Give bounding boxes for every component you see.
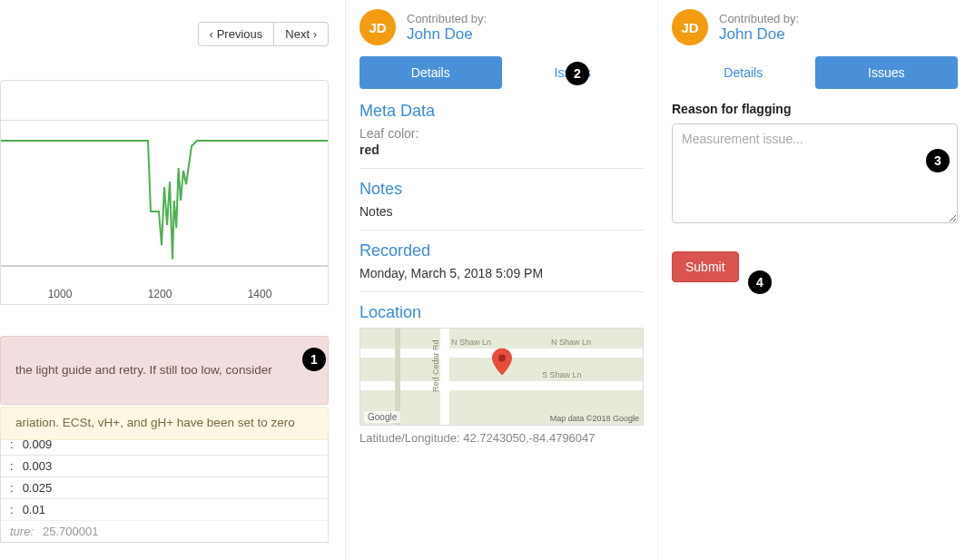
xtick: 1200 [148, 288, 172, 300]
meta-label: Leaf color: [359, 126, 644, 141]
chevron-right-icon: › [313, 28, 317, 41]
row-val: 0.009 [23, 437, 53, 451]
alert-danger: the light guide and retry. If still too … [0, 336, 329, 405]
avatar: JD [359, 9, 396, 45]
contributor-name-link[interactable]: John Doe [407, 25, 487, 44]
tab-bar: Details Issues [359, 56, 644, 89]
alert-danger-text: the light guide and retry. If still too … [15, 362, 272, 379]
annotation-2: 2 [566, 62, 589, 85]
road-label: Red Cedar Rd [431, 339, 440, 392]
map-credit: Map data ©2018 Google [550, 414, 639, 423]
nav-buttons: ‹ Previous Next › [198, 22, 329, 46]
row-val: 0.01 [23, 503, 45, 516]
table-row: :0.01 [1, 498, 328, 520]
xtick: 1400 [248, 288, 272, 300]
meta-value: red [359, 142, 644, 157]
table-row: :0.003 [1, 455, 328, 476]
data-table: :0.009 :0.003 :0.025 :0.01 ture:25.70000… [0, 434, 329, 543]
divider [359, 168, 644, 169]
chart-card: 1000 1200 1400 [0, 80, 329, 305]
issues-panel: JD Contributed by: John Doe Details Issu… [658, 0, 971, 560]
next-label: Next [285, 27, 310, 41]
tab-details[interactable]: Details [672, 56, 815, 89]
annotation-1: 1 [302, 348, 326, 371]
notes-title: Notes [359, 180, 644, 199]
table-row: ture:25.700001 [1, 520, 328, 542]
chart-header [1, 81, 328, 121]
chevron-left-icon: ‹ [210, 28, 213, 41]
annotation-3: 3 [926, 149, 950, 172]
road-label: S Shaw Ln [542, 370, 582, 379]
next-button[interactable]: Next › [274, 22, 329, 46]
x-ticks: 1000 1200 1400 [1, 284, 328, 300]
divider [359, 291, 644, 292]
contributor-name-link[interactable]: John Doe [719, 25, 799, 44]
chart-svg [1, 130, 328, 284]
divider [359, 230, 644, 231]
latlon-text: Latitude/Longitude: 42.7243050,-84.47960… [359, 431, 644, 445]
recorded-title: Recorded [359, 241, 644, 260]
svg-point-2 [498, 355, 506, 362]
metadata-title: Meta Data [359, 102, 644, 121]
recorded-value: Monday, March 5, 2018 5:09 PM [359, 266, 644, 280]
notes-value: Notes [359, 204, 644, 219]
contributed-by-label: Contributed by: [719, 12, 799, 25]
table-row: :0.025 [1, 476, 328, 498]
road-label: N Shaw Ln [551, 338, 591, 347]
alerts: the light guide and retry. If still too … [0, 336, 329, 440]
xtick: 1000 [48, 288, 73, 300]
location-title: Location [359, 303, 644, 322]
alert-warning-text: ariation. ECSt, vH+, and gH+ have been s… [15, 416, 295, 429]
contributor-block: JD Contributed by: John Doe [359, 9, 644, 45]
flag-reason-input[interactable] [672, 123, 958, 223]
flag-reason-label: Reason for flagging [672, 102, 958, 116]
row-val: 25.700001 [43, 525, 98, 538]
tab-details[interactable]: Details [359, 56, 502, 89]
google-logo: Google [364, 411, 400, 423]
submit-button[interactable]: Submit [672, 251, 739, 282]
row-val: 0.003 [23, 459, 53, 473]
prev-label: Previous [217, 27, 263, 41]
prev-button[interactable]: ‹ Previous [198, 22, 275, 46]
map-pin-icon [492, 349, 512, 378]
map-thumbnail[interactable]: N Shaw Ln N Shaw Ln S Shaw Ln Red Cedar … [359, 328, 644, 426]
road-label: N Shaw Ln [451, 338, 491, 347]
details-panel: JD Contributed by: John Doe Details Issu… [345, 0, 658, 560]
chart-body: 1000 1200 1400 [1, 121, 328, 302]
annotation-4: 4 [748, 270, 772, 294]
tab-bar: Details Issues [672, 56, 958, 89]
tab-issues[interactable]: Issues [815, 56, 959, 89]
avatar: JD [672, 9, 708, 45]
contributed-by-label: Contributed by: [407, 12, 487, 25]
contributor-block: JD Contributed by: John Doe [672, 9, 958, 45]
row-val: 0.025 [23, 481, 53, 495]
table-row: :0.009 [1, 434, 328, 455]
left-panel: ‹ Previous Next › 1000 1200 1400 [0, 0, 345, 560]
